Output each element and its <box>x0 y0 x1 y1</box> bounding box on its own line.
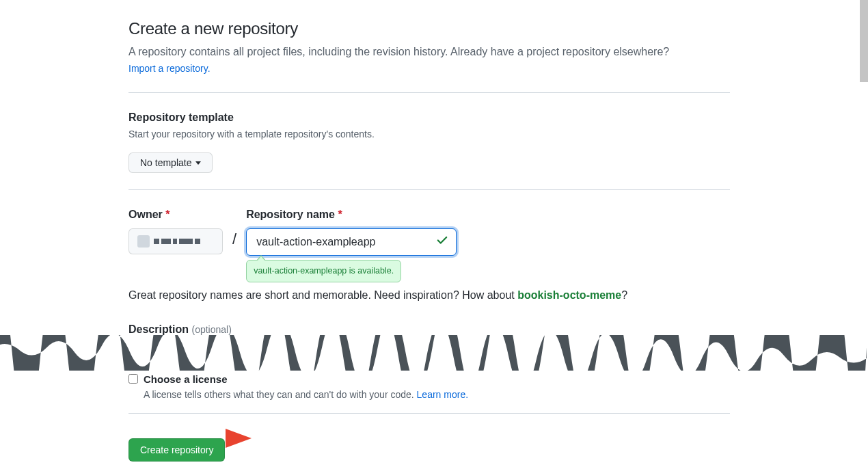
license-note: A license tells others what they can and… <box>144 388 468 402</box>
owner-label: Owner * <box>128 206 223 223</box>
check-icon <box>436 234 448 250</box>
template-dropdown[interactable]: No template <box>128 152 213 173</box>
avatar <box>137 235 150 248</box>
page-title: Create a new repository <box>128 16 730 41</box>
repo-name-input[interactable] <box>246 228 457 256</box>
template-section-title: Repository template <box>128 109 730 126</box>
create-repository-button[interactable]: Create repository <box>128 438 225 462</box>
license-title: Choose a license <box>144 372 468 388</box>
suggested-name-link[interactable]: bookish-octo-meme <box>517 289 621 301</box>
choose-license-checkbox[interactable] <box>128 374 138 384</box>
import-repository-link[interactable]: Import a repository. <box>128 63 211 74</box>
divider <box>128 189 730 190</box>
repo-name-label: Repository name * <box>246 206 457 223</box>
license-learn-more-link[interactable]: Learn more. <box>417 389 468 400</box>
chevron-down-icon <box>195 161 201 165</box>
owner-name-placeholder <box>154 239 200 244</box>
template-dropdown-label: No template <box>140 157 191 168</box>
torn-edge-decoration <box>0 335 867 371</box>
divider <box>128 413 730 414</box>
path-separator: / <box>232 209 236 256</box>
template-section-note: Start your repository with a template re… <box>128 127 730 142</box>
name-suggestion-text: Great repository names are short and mem… <box>128 287 730 304</box>
required-asterisk: * <box>165 209 169 220</box>
optional-hint: (optional) <box>191 324 231 335</box>
owner-dropdown[interactable] <box>128 228 223 254</box>
scrollbar[interactable] <box>860 0 868 82</box>
availability-tooltip: vault-action-exampleapp is available. <box>246 260 401 282</box>
page-subhead: A repository contains all project files,… <box>128 44 730 60</box>
required-asterisk: * <box>338 209 342 220</box>
divider <box>128 92 730 93</box>
